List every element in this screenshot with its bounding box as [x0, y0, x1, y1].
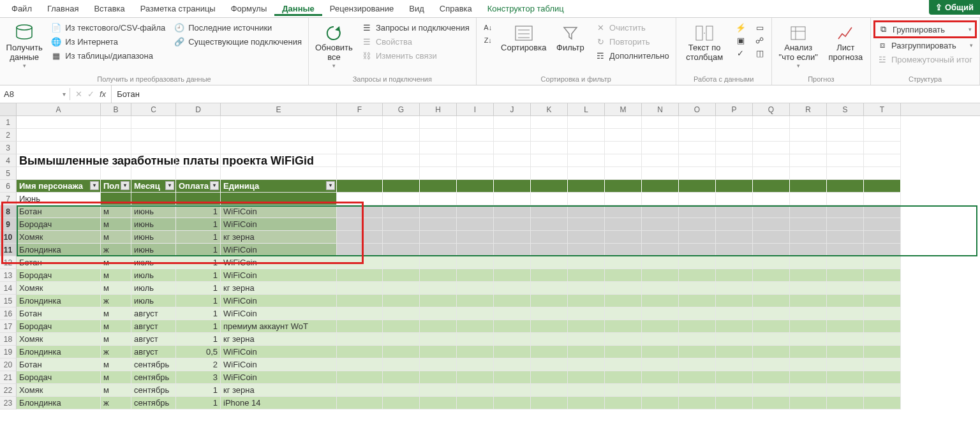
cell[interactable] [827, 256, 864, 269]
cell[interactable] [568, 282, 605, 295]
cell[interactable] [101, 142, 131, 154]
spreadsheet-grid[interactable]: ABCDEFGHIJKLMNOPQRST 1234Вымышленные зар… [0, 103, 980, 409]
cell[interactable] [420, 346, 457, 358]
cell[interactable] [383, 384, 420, 397]
cell[interactable] [457, 193, 494, 205]
menu-item-9[interactable]: Конструктор таблиц [480, 1, 572, 16]
cell[interactable]: Хомяк [17, 282, 101, 295]
cell[interactable]: Блондинка [17, 295, 101, 307]
cell[interactable] [864, 154, 901, 167]
cell[interactable] [494, 358, 531, 371]
cell[interactable] [827, 180, 864, 193]
cell[interactable] [605, 320, 642, 333]
cell[interactable] [457, 129, 494, 142]
cell[interactable] [864, 346, 901, 358]
cell[interactable] [568, 244, 605, 256]
cell[interactable] [753, 244, 790, 256]
cell[interactable] [605, 295, 642, 307]
cell[interactable] [753, 167, 790, 180]
cell[interactable] [790, 231, 827, 244]
cell[interactable] [420, 307, 457, 320]
cell[interactable] [176, 154, 221, 167]
flash-fill-button[interactable]: ⚡ [733, 22, 748, 33]
cell[interactable] [568, 180, 605, 193]
from-table-button[interactable]: ▦ Из таблицы/диапазона [48, 50, 168, 61]
group-button[interactable]: ⧉ Группировать ▾ [875, 22, 976, 37]
cell[interactable] [716, 180, 753, 193]
cell[interactable] [642, 180, 679, 193]
cell[interactable] [337, 244, 383, 256]
cell[interactable] [605, 154, 642, 167]
cell[interactable] [790, 333, 827, 346]
cell[interactable]: м [101, 358, 131, 371]
cell[interactable] [790, 129, 827, 142]
cell[interactable] [568, 320, 605, 333]
cell[interactable] [337, 231, 383, 244]
cell[interactable] [568, 205, 605, 218]
column-header-I[interactable]: I [457, 103, 494, 115]
cell[interactable] [568, 129, 605, 142]
remove-dup-button[interactable]: ▣ [733, 34, 748, 46]
formula-input[interactable]: Ботан [112, 89, 980, 99]
cell[interactable] [827, 244, 864, 256]
ungroup-button[interactable]: ⧈ Разгруппировать ▾ [875, 40, 976, 51]
refresh-all-button[interactable]: Обновить все ▾ [313, 20, 355, 71]
cell[interactable] [383, 218, 420, 231]
cell[interactable] [337, 142, 383, 154]
cell[interactable] [642, 154, 679, 167]
cell[interactable] [383, 167, 420, 180]
cell[interactable] [679, 167, 716, 180]
cell[interactable] [679, 384, 716, 397]
cell[interactable] [420, 244, 457, 256]
cell[interactable] [568, 154, 605, 167]
cell[interactable] [605, 397, 642, 409]
cell[interactable] [753, 295, 790, 307]
column-header-R[interactable]: R [790, 103, 827, 115]
cell[interactable] [827, 193, 864, 205]
column-header-E[interactable]: E [221, 103, 337, 115]
cell[interactable] [716, 244, 753, 256]
cell[interactable] [101, 129, 131, 142]
menu-item-5[interactable]: Данные [274, 1, 322, 16]
cell[interactable] [17, 167, 101, 180]
cell[interactable] [420, 116, 457, 129]
cell[interactable]: Июнь [17, 193, 101, 205]
cell[interactable] [17, 129, 101, 142]
cell[interactable] [716, 282, 753, 295]
cell[interactable] [679, 307, 716, 320]
cell[interactable]: iPhone 14 [221, 397, 337, 409]
cell[interactable]: Хомяк [17, 231, 101, 244]
cell[interactable]: июнь [131, 231, 176, 244]
cell[interactable] [642, 142, 679, 154]
cell[interactable] [494, 154, 531, 167]
cell[interactable] [568, 346, 605, 358]
cell[interactable] [221, 154, 337, 167]
data-validation-button[interactable]: ✓ [733, 47, 748, 59]
cell[interactable] [827, 346, 864, 358]
cell[interactable] [605, 307, 642, 320]
row-header[interactable]: 5 [0, 167, 17, 180]
name-box[interactable]: A8 ▾ [0, 88, 70, 100]
cell[interactable] [383, 142, 420, 154]
cell[interactable] [337, 333, 383, 346]
cell[interactable]: сентябрь [131, 358, 176, 371]
cell[interactable] [827, 269, 864, 282]
cell[interactable]: 1 [176, 205, 221, 218]
cell[interactable] [605, 282, 642, 295]
cell[interactable] [131, 167, 176, 180]
cell[interactable]: ж [101, 346, 131, 358]
cell[interactable] [790, 256, 827, 269]
cell[interactable] [716, 154, 753, 167]
recent-sources-button[interactable]: 🕘 Последние источники [172, 22, 304, 33]
cell[interactable] [531, 384, 568, 397]
cell[interactable] [642, 193, 679, 205]
cell[interactable] [383, 193, 420, 205]
cell[interactable] [221, 129, 337, 142]
cell[interactable] [605, 231, 642, 244]
cell[interactable] [457, 397, 494, 409]
cell[interactable] [827, 167, 864, 180]
cell[interactable] [642, 116, 679, 129]
cell[interactable]: ж [101, 244, 131, 256]
cell[interactable] [790, 295, 827, 307]
cell[interactable] [790, 307, 827, 320]
